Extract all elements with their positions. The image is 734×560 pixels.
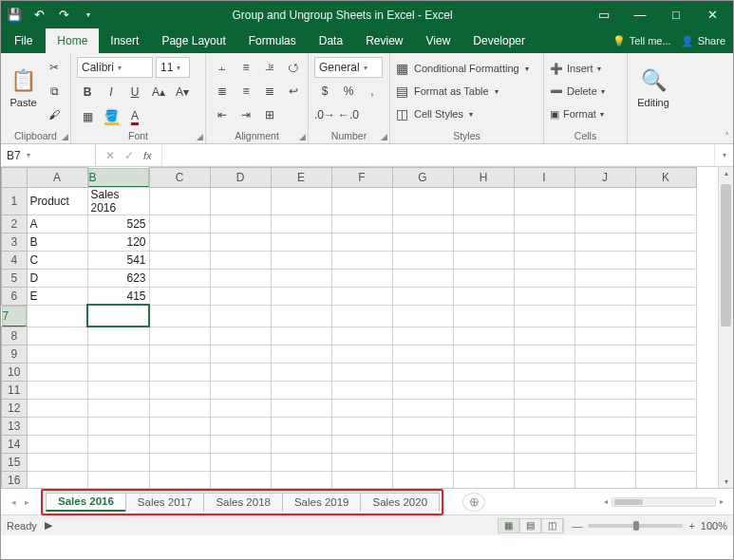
cell-J1[interactable] [574,187,635,215]
cell-F1[interactable] [331,187,392,215]
tab-home[interactable]: Home [46,28,99,53]
cell-E16[interactable] [271,471,331,488]
cell-I10[interactable] [514,363,574,381]
row-header-7[interactable]: 7 [2,306,27,327]
cell-I6[interactable] [514,287,574,305]
view-page-break-button[interactable]: ◫ [541,518,564,533]
align-right-button[interactable]: ≣ [259,81,280,102]
cell-K10[interactable] [635,363,696,381]
cell-H12[interactable] [453,399,514,417]
formula-input[interactable] [162,144,714,166]
col-header-F[interactable]: F [331,168,392,188]
font-color-button[interactable]: A [124,106,145,127]
cell-H14[interactable] [453,435,514,453]
cell-F14[interactable] [331,435,392,453]
row-header-14[interactable]: 14 [2,435,28,453]
cell-E9[interactable] [271,345,331,363]
borders-button[interactable]: ▦ [77,106,98,127]
cell-D14[interactable] [210,435,271,453]
cell-I4[interactable] [514,251,574,269]
clipboard-launcher[interactable]: ◢ [62,132,68,141]
row-header-15[interactable]: 15 [2,453,28,471]
tab-insert[interactable]: Insert [99,28,150,53]
row-header-11[interactable]: 11 [2,381,28,399]
cell-I16[interactable] [514,471,574,488]
cell-F4[interactable] [331,251,392,269]
cell-H3[interactable] [453,233,514,251]
cell-G15[interactable] [392,453,453,471]
cell-I3[interactable] [514,233,574,251]
cell-C4[interactable] [149,251,210,269]
collapse-ribbon-icon[interactable]: ˄ [725,131,729,141]
cell-G11[interactable] [392,381,453,399]
cell-H1[interactable] [453,187,514,215]
cell-K7[interactable] [635,305,696,327]
cut-button[interactable]: ✂ [44,57,65,78]
align-middle-button[interactable]: ≡ [235,57,256,78]
cell-G1[interactable] [392,187,453,215]
cell-F5[interactable] [331,269,392,287]
cell-G14[interactable] [392,435,453,453]
find-select-button[interactable]: 🔍 Editing [633,57,673,120]
cell-H10[interactable] [453,363,514,381]
number-format-select[interactable]: General▾ [314,57,383,78]
cell-F9[interactable] [331,345,392,363]
col-header-A[interactable]: A [27,168,87,188]
cell-A13[interactable] [27,417,87,435]
cell-G7[interactable] [392,305,453,327]
zoom-slider[interactable] [588,524,683,528]
cell-J14[interactable] [574,435,635,453]
qat-customize-icon[interactable]: ▾ [79,6,98,25]
hscroll-thumb[interactable] [614,499,643,505]
cell-K14[interactable] [635,435,696,453]
row-header-4[interactable]: 4 [2,251,28,269]
view-normal-button[interactable]: ▦ [498,518,520,533]
cell-D13[interactable] [210,417,271,435]
align-left-button[interactable]: ≣ [212,81,233,102]
scroll-up-icon[interactable]: ▴ [719,169,733,177]
cell-E15[interactable] [271,453,331,471]
cell-D3[interactable] [210,233,271,251]
sheet-nav-prev-icon[interactable]: ◂ [7,497,20,507]
copy-button[interactable]: ⧉ [44,81,65,102]
cell-C2[interactable] [149,215,210,233]
cell-A5[interactable]: D [27,269,87,287]
cell-E8[interactable] [271,327,331,345]
cell-A1[interactable]: Product [27,187,87,215]
scroll-left-icon[interactable]: ◂ [604,497,608,506]
cell-J16[interactable] [574,471,635,488]
tab-view[interactable]: View [415,28,462,53]
col-header-J[interactable]: J [574,168,635,188]
cell-H13[interactable] [453,417,514,435]
cell-E5[interactable] [271,269,331,287]
redo-icon[interactable]: ↷ [54,6,73,25]
cell-H2[interactable] [453,215,514,233]
cell-K6[interactable] [635,287,696,305]
cell-I5[interactable] [514,269,574,287]
decrease-indent-button[interactable]: ⇤ [212,104,233,125]
save-icon[interactable]: 💾 [5,6,24,25]
cell-G5[interactable] [392,269,453,287]
view-page-layout-button[interactable]: ▤ [519,518,542,533]
cell-C3[interactable] [149,233,210,251]
cell-D9[interactable] [210,345,271,363]
row-header-5[interactable]: 5 [2,269,28,287]
row-header-8[interactable]: 8 [2,327,28,345]
cell-K5[interactable] [635,269,696,287]
sheet-tab-sales-2016[interactable]: Sales 2016 [46,493,126,512]
cell-I7[interactable] [514,305,574,327]
wrap-text-button[interactable]: ↩ [283,81,304,102]
zoom-out-button[interactable]: — [572,520,582,532]
cell-F2[interactable] [331,215,392,233]
font-name-select[interactable]: Calibri▾ [77,57,153,78]
tab-review[interactable]: Review [354,28,414,53]
cell-F13[interactable] [331,417,392,435]
cell-H11[interactable] [453,381,514,399]
cell-D12[interactable] [210,399,271,417]
cell-F15[interactable] [331,453,392,471]
tab-formulas[interactable]: Formulas [237,28,308,53]
increase-font-button[interactable]: A▴ [148,82,169,103]
cell-A2[interactable]: A [27,215,87,233]
cell-A10[interactable] [27,363,87,381]
cell-G2[interactable] [392,215,453,233]
